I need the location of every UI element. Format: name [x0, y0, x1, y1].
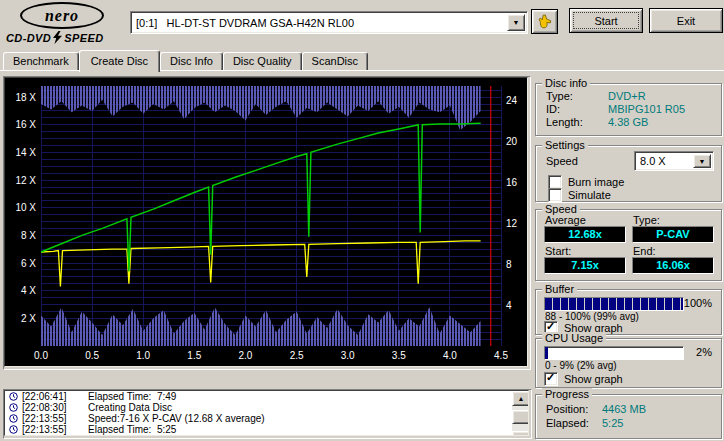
- svg-text:2.5: 2.5: [290, 350, 304, 361]
- event-log-list[interactable]: [22:06:41] Elapsed Time: 7:49 [22:08:30]…: [4, 390, 529, 436]
- log-message: Speed:7-16 X P-CAV (12.68 X average): [88, 413, 265, 424]
- disc-info-group: Disc info Type: DVD+R ID: MBIPG101 R05 L…: [535, 83, 722, 136]
- cpu-usage-group: CPU Usage 2% 0 - 9% (2% avg) ✓ Show grap…: [535, 338, 722, 388]
- speed-type-value: P-CAV: [632, 226, 714, 243]
- log-row: [22:06:41] Elapsed Time: 7:49: [5, 391, 528, 402]
- write-speed-chart: 2 X4 X6 X8 X10 X12 X14 X16 X18 X48121620…: [5, 78, 527, 366]
- settings-title: Settings: [542, 139, 588, 152]
- logo-product-left: CD-DVD: [6, 32, 51, 44]
- simulate-checkbox[interactable]: ✓: [548, 188, 562, 202]
- chart-panel: 2 X4 X6 X8 X10 X12 X14 X16 X18 X48121620…: [3, 76, 531, 370]
- speed-select[interactable]: 8.0 X ▼: [634, 151, 714, 171]
- cpu-usage-fill: [545, 347, 548, 359]
- scroll-down-icon: ▼: [518, 435, 525, 436]
- simulate-row: ✓ Simulate: [548, 188, 611, 201]
- tab-create-disc[interactable]: Create Disc: [79, 50, 160, 72]
- svg-text:12 X: 12 X: [15, 175, 36, 186]
- scroll-up-button[interactable]: ▲: [512, 391, 529, 406]
- svg-text:0.0: 0.0: [34, 350, 48, 361]
- chart-panel-inner: 2 X4 X6 X8 X10 X12 X14 X16 X18 X48121620…: [4, 77, 528, 367]
- svg-text:1.5: 1.5: [187, 350, 201, 361]
- svg-text:0.5: 0.5: [85, 350, 99, 361]
- svg-text:16 X: 16 X: [15, 119, 36, 130]
- drive-select[interactable]: [0:1] HL-DT-ST DVDRAM GSA-H42N RL00 ▼: [130, 11, 528, 34]
- disc-type-label: Type:: [546, 90, 573, 102]
- disc-length-value: 4.38 GB: [608, 116, 648, 128]
- svg-text:4 X: 4 X: [21, 285, 36, 296]
- buffer-title: Buffer: [542, 283, 577, 296]
- svg-text:3.5: 3.5: [392, 350, 406, 361]
- burn-image-checkbox[interactable]: ✓: [548, 175, 562, 189]
- cpu-usage-title: CPU Usage: [542, 332, 606, 345]
- svg-text:16: 16: [506, 177, 518, 188]
- scroll-up-icon: ▲: [518, 395, 525, 402]
- drive-select-dropdown-button[interactable]: ▼: [507, 14, 525, 31]
- tab-disc-quality[interactable]: Disc Quality: [223, 52, 302, 70]
- exit-button[interactable]: Exit: [649, 8, 723, 33]
- log-row: [22:13:55] Speed:7-16 X P-CAV (12.68 X a…: [5, 413, 528, 424]
- svg-text:2.0: 2.0: [238, 350, 252, 361]
- start-speed-value: 7.15x: [544, 257, 626, 274]
- svg-text:4: 4: [506, 300, 512, 311]
- tab-disc-info[interactable]: Disc Info: [160, 52, 223, 70]
- nero-logo-text: nero: [45, 7, 79, 25]
- svg-text:14 X: 14 X: [15, 147, 36, 158]
- hand-tool-button[interactable]: [531, 9, 558, 34]
- svg-text:8: 8: [506, 259, 512, 270]
- settings-group: Settings Speed 8.0 X ▼ ✓ Burn image ✓ Si…: [535, 145, 722, 202]
- event-log[interactable]: [22:06:41] Elapsed Time: 7:49 [22:08:30]…: [3, 389, 532, 439]
- drive-select-value: [0:1] HL-DT-ST DVDRAM GSA-H42N RL00: [131, 17, 505, 29]
- disc-type-value: DVD+R: [608, 90, 646, 102]
- log-message: Elapsed Time: 5:25: [88, 424, 176, 435]
- disc-length-label: Length:: [546, 116, 583, 128]
- scroll-down-button[interactable]: ▼: [512, 431, 529, 436]
- svg-text:2 X: 2 X: [21, 313, 36, 324]
- log-row: [22:13:55] Elapsed Time: 5:25: [5, 424, 528, 435]
- speed-select-value: 8.0 X: [635, 155, 691, 167]
- nero-logo: nero CD-DVD SPEED: [6, 2, 126, 47]
- svg-text:24: 24: [506, 95, 518, 106]
- end-speed-value: 16.06x: [632, 257, 714, 274]
- speed-select-dropdown-button[interactable]: ▼: [693, 154, 711, 168]
- type-label: Type:: [633, 214, 660, 226]
- position-label: Position:: [546, 403, 588, 415]
- svg-text:4.5: 4.5: [494, 350, 508, 361]
- svg-text:18 X: 18 X: [15, 92, 36, 103]
- clock-icon: [9, 403, 18, 412]
- tab-scandisc[interactable]: ScanDisc: [302, 52, 368, 70]
- chevron-down-icon: ▼: [513, 19, 520, 26]
- scrollbar-thumb[interactable]: [512, 410, 529, 424]
- checkmark-icon: ✓: [546, 371, 555, 384]
- speed-group: Speed Average Type: 12.68x P-CAV Start: …: [535, 209, 722, 281]
- log-timestamp: [22:13:55]: [22, 413, 76, 424]
- svg-text:10 X: 10 X: [15, 202, 36, 213]
- tab-bar: Benchmark Create Disc Disc Info Disc Qua…: [3, 50, 368, 72]
- log-timestamp: [22:08:30]: [22, 402, 76, 413]
- position-value: 4463 MB: [602, 403, 646, 415]
- svg-text:3.0: 3.0: [341, 350, 355, 361]
- log-row: [22:08:30] Creating Data Disc: [5, 402, 528, 413]
- svg-text:6 X: 6 X: [21, 258, 36, 269]
- cpu-show-graph-row: ✓ Show graph: [544, 372, 623, 385]
- buffer-level-bar: [544, 297, 684, 311]
- average-speed-value: 12.68x: [544, 226, 626, 243]
- cpu-show-graph-checkbox[interactable]: ✓: [544, 372, 558, 386]
- tab-benchmark[interactable]: Benchmark: [3, 52, 79, 70]
- start-speed-label: Start:: [545, 245, 571, 257]
- logo-product-right: SPEED: [64, 32, 103, 44]
- log-message: Creating Data Disc: [88, 402, 172, 413]
- clock-icon: [9, 425, 18, 434]
- end-speed-label: End:: [633, 245, 656, 257]
- start-button[interactable]: Start: [569, 8, 643, 33]
- progress-group: Progress Position: 4463 MB Elapsed: 5:25: [535, 394, 722, 439]
- nero-logo-oval: nero: [20, 2, 104, 29]
- hand-icon: [537, 14, 553, 30]
- svg-text:1.0: 1.0: [136, 350, 150, 361]
- log-scrollbar[interactable]: ▲ ▼: [512, 391, 528, 433]
- burn-image-label: Burn image: [568, 176, 624, 188]
- cpu-percent: 2%: [696, 346, 712, 358]
- svg-text:4.0: 4.0: [443, 350, 457, 361]
- nero-logo-subtitle: CD-DVD SPEED: [6, 31, 126, 44]
- buffer-level-fill: [545, 298, 683, 310]
- buffer-percent: 100%: [684, 297, 712, 309]
